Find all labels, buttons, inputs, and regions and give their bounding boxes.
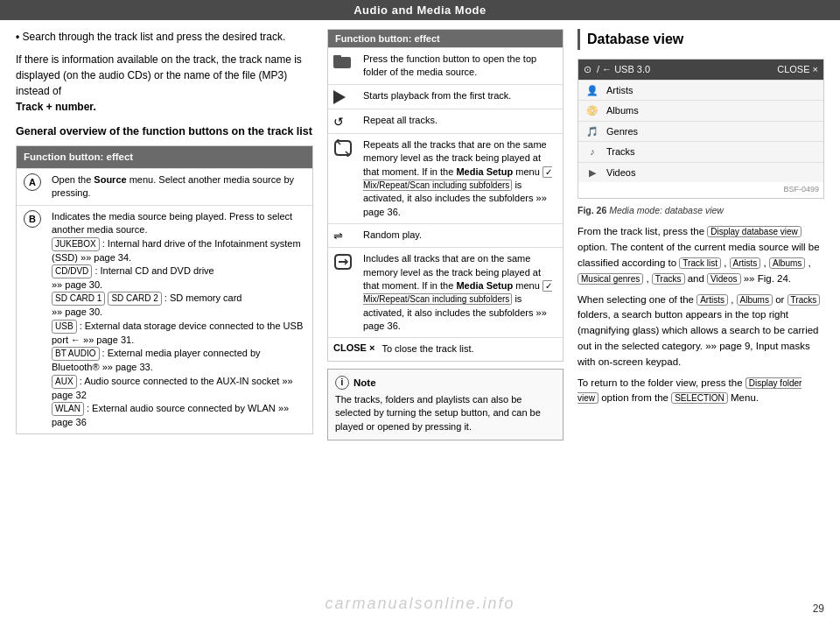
note-text: The tracks, folders and playlists can al…: [335, 394, 541, 432]
note-icon: i: [335, 376, 349, 390]
shuffle-icon: ⇌: [333, 229, 356, 243]
row-a-text: Open the Source menu. Select another med…: [48, 169, 312, 205]
table-row: Includes all tracks that are on the same…: [328, 247, 563, 337]
row-b-text: Indicates the media source being played.…: [48, 206, 312, 434]
close-text: To close the track list.: [382, 342, 557, 356]
note-box: i Note The tracks, folders and playlists…: [327, 369, 564, 440]
fig-ref: BSF-0499: [578, 182, 823, 198]
db-row-genres: 🎵 Genres: [578, 121, 823, 142]
icon-b: B: [17, 206, 48, 232]
albums-label: Albums: [606, 103, 816, 118]
genres-icon: 🎵: [585, 124, 599, 139]
albums-badge2: Albums: [737, 294, 773, 306]
right-para1: From the track list, press the Display d…: [578, 224, 824, 286]
videos-icon: ▶: [585, 166, 599, 180]
videos-label: Videos: [606, 166, 816, 180]
db-close-btn[interactable]: CLOSE ×: [777, 62, 818, 77]
fig-label: Fig. 26: [578, 205, 606, 215]
watermark: carmanualsonline.info: [325, 595, 514, 613]
tracks-icon: ♪: [585, 144, 599, 159]
main-content: Search through the track list and press …: [0, 20, 840, 616]
middle-column: Function button: effect Press the functi…: [327, 29, 564, 607]
db-header-left: ⊙ / ← USB 3.0: [584, 62, 650, 77]
right-para2: When selecting one of the Artists , Albu…: [578, 292, 824, 370]
left-column: Search through the track list and press …: [16, 29, 313, 607]
row2-text: Starts playback from the first track.: [363, 89, 557, 102]
database-view-box: ⊙ / ← USB 3.0 CLOSE × 👤 Artists 📀 Albums…: [578, 59, 824, 199]
header-bar: Audio and Media Mode: [0, 0, 840, 20]
db-row-albums: 📀 Albums: [578, 100, 823, 121]
table-row: Press the function button to open the to…: [328, 47, 563, 84]
function-table-middle: Function button: effect Press the functi…: [327, 29, 564, 362]
page-number: 29: [813, 602, 824, 615]
table-row: B Indicates the media source being playe…: [17, 205, 312, 434]
table-row: A Open the Source menu. Select another m…: [17, 168, 312, 205]
circle-b: B: [24, 210, 41, 228]
db-row-videos: ▶ Videos: [578, 162, 823, 183]
bullet-point: Search through the track list and press …: [16, 29, 313, 45]
play-icon: [333, 89, 356, 104]
function-table-left: Function button: effect A Open the Sourc…: [16, 145, 313, 435]
musical-genres-badge: Musical genres: [578, 273, 643, 285]
table-row: Starts playback from the first track.: [328, 84, 563, 109]
svg-marker-2: [333, 90, 346, 104]
artists-icon: 👤: [585, 83, 599, 98]
row6-text: Includes all tracks that are on the same…: [363, 252, 557, 333]
close-row: CLOSE × To close the track list.: [328, 337, 563, 360]
db-usb-label: / ← USB 3.0: [597, 62, 650, 77]
database-view-title: Database view: [578, 29, 824, 50]
db-icon: ⊙: [584, 62, 592, 77]
right-para3: To return to the folder view, press the …: [578, 376, 824, 407]
display-database-view-badge: Display database view: [707, 226, 802, 237]
circle-a: A: [24, 173, 41, 191]
repeat-icon: ↺: [333, 114, 356, 129]
albums-badge: Albums: [769, 257, 805, 269]
jukebox-badge: JUKEBOX: [52, 237, 100, 251]
row1-text: Press the function button to open the to…: [363, 53, 557, 80]
fig-caption-text: Media mode: database view: [609, 205, 724, 215]
artists-badge2: Artists: [696, 294, 728, 306]
section-heading: General overview of the function buttons…: [16, 123, 313, 140]
row3-text: Repeat all tracks.: [363, 114, 557, 127]
repeat-folder-icon: [333, 138, 356, 157]
folder-icon: [333, 53, 356, 69]
track-list-badge: Track list: [679, 257, 721, 269]
videos-badge: Videos: [707, 273, 740, 285]
artists-badge: Artists: [730, 257, 761, 269]
row5-text: Random play.: [363, 229, 557, 242]
usb-badge: USB: [52, 320, 77, 334]
func-table2-header: Function button: effect: [328, 30, 563, 47]
albums-icon: 📀: [585, 103, 599, 118]
sd1-badge: SD CARD 1: [52, 292, 105, 306]
aux-badge: AUX: [52, 375, 77, 389]
cddvd-badge: CD/DVD: [52, 264, 92, 278]
paragraph-1: If there is information available on the…: [16, 52, 313, 115]
db-caption: Fig. 26 Media mode: database view: [578, 204, 824, 218]
row4-text: Repeats all the tracks that are on the s…: [363, 138, 557, 219]
table-row: ⇌ Random play.: [328, 223, 563, 247]
note-header: i Note: [335, 376, 556, 390]
scan-icon: [333, 252, 356, 271]
db-view-header: ⊙ / ← USB 3.0 CLOSE ×: [578, 60, 823, 80]
func-table-header-left: Function button: effect: [17, 146, 312, 168]
tracks-label: Tracks: [606, 144, 816, 159]
genres-label: Genres: [606, 124, 816, 139]
btaudio-badge: BT AUDIO: [52, 347, 100, 361]
icon-a: A: [17, 169, 48, 195]
wlan-badge: WLAN: [52, 402, 84, 416]
selection-badge: SELECTION: [671, 392, 728, 404]
header-title: Audio and Media Mode: [354, 4, 486, 17]
svg-rect-1: [333, 55, 341, 59]
db-row-artists: 👤 Artists: [578, 80, 823, 101]
table-row: Repeats all the tracks that are on the s…: [328, 133, 563, 223]
table-row: ↺ Repeat all tracks.: [328, 109, 563, 133]
tracks-badge2: Tracks: [788, 294, 821, 306]
sd2-badge: SD CARD 2: [108, 292, 161, 306]
close-label: CLOSE ×: [333, 342, 374, 353]
right-column: Database view ⊙ / ← USB 3.0 CLOSE × 👤 Ar…: [578, 29, 824, 607]
db-row-tracks: ♪ Tracks: [578, 141, 823, 162]
artists-label: Artists: [606, 83, 816, 98]
tracks-badge: Tracks: [652, 273, 685, 285]
